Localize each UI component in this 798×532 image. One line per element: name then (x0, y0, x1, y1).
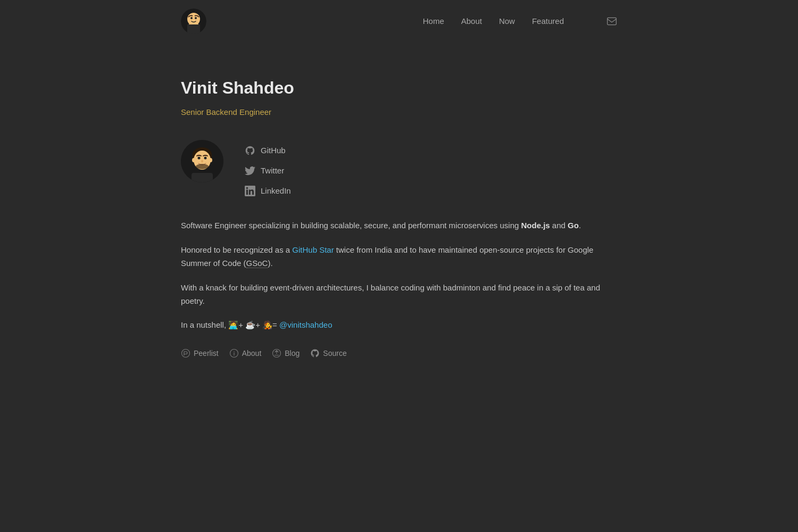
profile-section: GitHub Twitter LinkedIn (181, 140, 617, 197)
svg-point-14 (196, 164, 209, 169)
svg-point-16 (192, 158, 195, 162)
svg-point-3 (190, 17, 193, 19)
main-content: Vinit Shahdeo Senior Backend Engineer (160, 43, 638, 380)
blog-label: Blog (285, 347, 300, 359)
logo-avatar-icon (181, 9, 206, 34)
peerlist-icon (181, 348, 190, 358)
svg-rect-15 (192, 173, 213, 182)
bio-para1-and: and (550, 221, 568, 230)
blog-footer-link[interactable]: Blog (272, 347, 300, 359)
page-subtitle: Senior Backend Engineer (181, 106, 617, 119)
about-label: About (242, 347, 262, 359)
bio-para-1: Software Engineer specializing in buildi… (181, 219, 617, 232)
twitter-icon (245, 165, 255, 176)
footer-links: Peerlist About Blog (181, 347, 617, 359)
mail-icon[interactable] (606, 16, 617, 27)
blog-icon (272, 348, 281, 358)
bio-para-3: With a knack for building event-driven a… (181, 281, 617, 308)
github-label: GitHub (261, 144, 286, 157)
svg-point-11 (198, 157, 201, 160)
svg-point-21 (234, 351, 235, 352)
nodejs-text: Node.js (521, 221, 550, 230)
peerlist-footer-link[interactable]: Peerlist (181, 347, 219, 359)
nav-home[interactable]: Home (423, 15, 444, 28)
source-label: Source (323, 347, 346, 359)
bio-para3-text: With a knack for building event-driven a… (181, 283, 600, 306)
nutshell-line: In a nutshell, 🧑‍💻+ ☕+ 🧑‍🎤= @vinitshahde… (181, 319, 617, 331)
bio-para-2: Honored to be recognized as a GitHub Sta… (181, 243, 617, 270)
svg-point-18 (182, 349, 190, 357)
nav-now[interactable]: Now (499, 15, 515, 28)
nav-featured[interactable]: Featured (532, 15, 564, 28)
svg-point-12 (204, 157, 207, 160)
peerlist-label: Peerlist (194, 347, 219, 359)
source-icon (310, 348, 320, 358)
bio-para1-end: . (579, 221, 581, 230)
twitter-handle-link[interactable]: @vinitshahdeo (279, 320, 332, 329)
nav-links: Home About Now Featured (423, 15, 564, 28)
nav-about[interactable]: About (461, 15, 482, 28)
linkedin-icon (245, 186, 255, 196)
svg-point-17 (209, 158, 212, 162)
gsoc-text: GSoC (246, 259, 268, 268)
source-footer-link[interactable]: Source (310, 347, 346, 359)
twitter-label: Twitter (261, 164, 284, 177)
github-link[interactable]: GitHub (245, 144, 291, 157)
bio-para2-start: Honored to be recognized as a (181, 245, 292, 254)
svg-point-4 (195, 17, 197, 19)
about-icon (229, 348, 239, 358)
svg-rect-6 (608, 18, 617, 24)
avatar-illustration (181, 140, 223, 182)
about-footer-link[interactable]: About (229, 347, 262, 359)
bio-section: Software Engineer specializing in buildi… (181, 219, 617, 308)
github-icon (245, 145, 255, 156)
twitter-link[interactable]: Twitter (245, 164, 291, 177)
avatar (181, 140, 223, 182)
svg-point-13 (201, 160, 203, 163)
linkedin-link[interactable]: LinkedIn (245, 185, 291, 197)
nav-logo[interactable] (181, 9, 206, 34)
go-text: Go (568, 221, 579, 230)
bio-para1-plain: Software Engineer specializing in buildi… (181, 221, 521, 230)
linkedin-label: LinkedIn (261, 185, 291, 197)
navbar: Home About Now Featured (160, 0, 638, 43)
nutshell-start: In a nutshell, 🧑‍💻+ ☕+ 🧑‍🎤= (181, 320, 279, 329)
github-star-link[interactable]: GitHub Star (292, 245, 334, 254)
page-title: Vinit Shahdeo (181, 74, 617, 102)
avatar-container (181, 140, 223, 182)
social-links: GitHub Twitter LinkedIn (245, 144, 291, 197)
svg-rect-5 (187, 24, 200, 34)
